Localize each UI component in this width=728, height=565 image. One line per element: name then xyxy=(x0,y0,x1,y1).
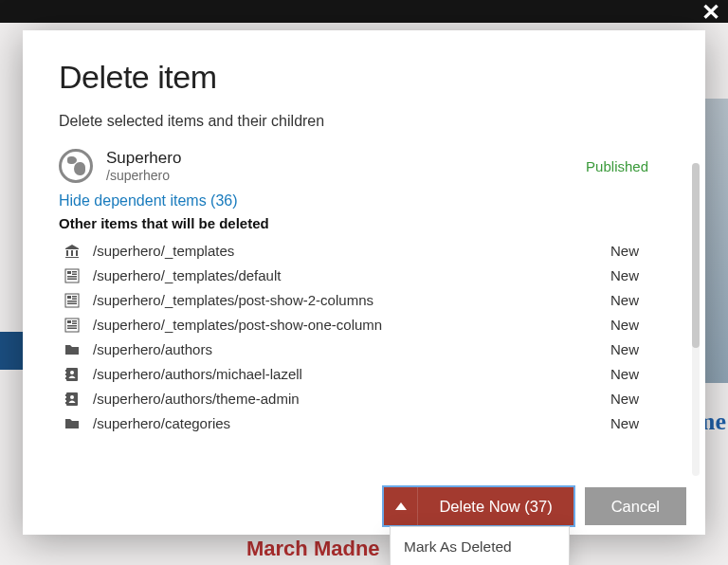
dependent-list: /superhero/_templatesNew/superhero/_temp… xyxy=(59,239,639,436)
list-item-path: /superhero/authors/michael-lazell xyxy=(93,366,610,382)
contact-icon xyxy=(61,392,83,407)
bg-text-bottom: March Madne xyxy=(246,537,380,561)
folder-icon xyxy=(61,342,83,357)
list-item-state: New xyxy=(610,243,639,259)
list-item: /superhero/_templates/post-show-one-colu… xyxy=(59,313,639,337)
dialog-footer: Delete Now (37) Cancel xyxy=(384,487,686,525)
list-item-path: /superhero/_templates/default xyxy=(93,267,610,283)
list-item-path: /superhero/categories xyxy=(93,415,610,431)
list-item-state: New xyxy=(610,391,639,407)
delete-now-button[interactable]: Delete Now (37) xyxy=(418,487,573,525)
primary-item-path: /superhero xyxy=(106,168,181,183)
scrollbar-thumb[interactable] xyxy=(692,163,700,348)
status-badge: Published xyxy=(586,158,648,174)
list-item: /superhero/authorsNew xyxy=(59,337,639,362)
list-item-path: /superhero/_templates/post-show-one-colu… xyxy=(93,317,610,333)
globe-icon xyxy=(59,149,93,183)
toggle-dependent-items[interactable]: Hide dependent items (36) xyxy=(59,192,677,210)
list-item: /superhero/categoriesNew xyxy=(59,411,639,436)
bg-left-stripe xyxy=(0,332,24,370)
template-icon xyxy=(61,318,83,333)
list-item-path: /superhero/_templates/post-show-2-column… xyxy=(93,292,610,308)
caret-up-icon xyxy=(395,502,407,510)
folder-icon xyxy=(61,416,83,431)
list-item-state: New xyxy=(610,317,639,333)
scrollbar[interactable] xyxy=(692,163,700,476)
template-icon xyxy=(61,268,83,283)
list-item-state: New xyxy=(610,366,639,382)
delete-dialog: Delete item Delete selected items and th… xyxy=(23,30,705,535)
top-bar xyxy=(0,0,728,23)
close-icon[interactable]: ✕ xyxy=(701,1,720,24)
list-item: /superhero/_templatesNew xyxy=(59,239,639,264)
list-item-path: /superhero/authors/theme-admin xyxy=(93,391,610,407)
list-item-state: New xyxy=(610,415,639,431)
list-item-path: /superhero/_templates xyxy=(93,243,610,259)
list-item: /superhero/_templates/defaultNew xyxy=(59,264,639,288)
primary-item-name: Superhero xyxy=(106,149,181,168)
mark-as-deleted-option[interactable]: Mark As Deleted xyxy=(391,527,569,565)
list-item: /superhero/authors/michael-lazellNew xyxy=(59,362,639,387)
delete-split-button: Delete Now (37) xyxy=(384,487,573,525)
dialog-title: Delete item xyxy=(59,59,677,96)
dialog-subtitle: Delete selected items and their children xyxy=(59,113,677,130)
bank-icon xyxy=(61,244,83,259)
primary-item: Superhero /superhero Published xyxy=(59,149,677,183)
list-item-state: New xyxy=(610,267,639,283)
contact-icon xyxy=(61,367,83,382)
delete-dropdown-toggle[interactable] xyxy=(384,487,418,525)
cancel-button[interactable]: Cancel xyxy=(585,487,686,525)
list-item-state: New xyxy=(610,292,639,308)
list-item: /superhero/authors/theme-adminNew xyxy=(59,387,639,411)
template-icon xyxy=(61,293,83,308)
list-item-state: New xyxy=(610,341,639,357)
list-item-path: /superhero/authors xyxy=(93,341,610,357)
section-label: Other items that will be deleted xyxy=(59,215,677,231)
delete-dropdown-menu: Mark As Deleted xyxy=(390,526,570,565)
list-item: /superhero/_templates/post-show-2-column… xyxy=(59,288,639,313)
